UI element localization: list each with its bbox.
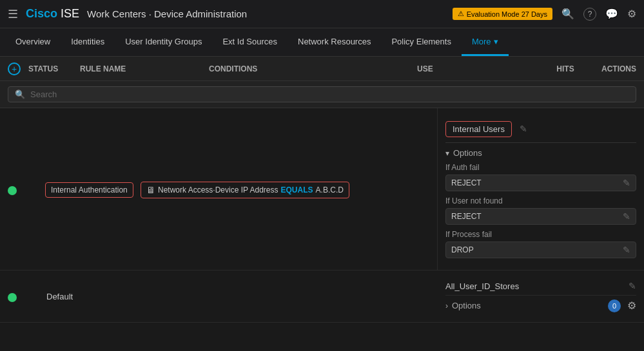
help-icon[interactable]: ? (583, 8, 596, 21)
settings-icon[interactable]: ⚙ (627, 8, 636, 20)
default-options-button[interactable]: › Options (445, 296, 481, 316)
user-not-found-option: If User not found REJECT ✎ (445, 196, 636, 225)
internal-users-badge[interactable]: Internal Users (445, 121, 512, 137)
hamburger-icon[interactable]: ☰ (8, 7, 18, 21)
eval-mode-badge: ⚠ ⚠ Evaluation Mode 27 Days Evaluation M… (453, 8, 552, 20)
default-gear-icon[interactable]: ⚙ (627, 299, 636, 312)
condition-text: Network Access·Device IP Address (158, 185, 278, 194)
process-fail-value: DROP (451, 245, 474, 254)
user-not-found-value-row: REJECT ✎ (445, 208, 636, 225)
default-label: Default (46, 292, 73, 301)
col-conditions: Conditions (209, 64, 417, 73)
more-label: More (472, 37, 491, 46)
top-nav-left: ☰ Cisco ISE Work Centers · Device Admini… (8, 7, 247, 21)
search-input[interactable] (30, 90, 629, 99)
rule1-status (8, 184, 40, 195)
nav-identities[interactable]: Identities (61, 28, 115, 56)
default-hits-badge: 0 (608, 299, 621, 312)
monitor-icon: 🖥 (146, 185, 155, 195)
auth-fail-value: REJECT (451, 178, 482, 187)
all-stores-edit-icon[interactable]: ✎ (629, 281, 636, 291)
rule1-conditions-col: 🖥 Network Access·Device IP Address EQUAL… (141, 180, 429, 198)
col-use: Use (417, 64, 546, 73)
default-status-dot (8, 293, 17, 302)
process-fail-label: If Process fail (445, 230, 636, 239)
options-expand-button[interactable]: ▾ Options (445, 143, 636, 163)
default-options-label: Options (452, 301, 481, 310)
user-not-found-label: If User not found (445, 196, 636, 205)
condition-value: A.B.C.D (316, 185, 344, 194)
use-section: Internal Users ✎ (445, 115, 636, 143)
process-fail-option: If Process fail DROP ✎ (445, 230, 636, 258)
auth-fail-value-row: REJECT ✎ (445, 175, 636, 191)
page-title: Work Centers · Device Administration (87, 8, 247, 19)
rule1-name-badge[interactable]: Internal Authentication (45, 182, 133, 198)
secondary-nav: Overview Identities User Identity Groups… (0, 28, 644, 57)
auth-fail-edit-icon[interactable]: ✎ (623, 178, 630, 188)
options-section: ▾ Options If Auth fail REJECT ✎ If User … (445, 143, 636, 258)
options-chevron-icon: ▾ (445, 149, 449, 158)
status-active-dot (8, 186, 17, 195)
col-actions: Actions (585, 64, 636, 73)
more-chevron-icon: ▾ (494, 37, 498, 46)
warning-icon: ⚠ (458, 10, 464, 18)
nav-ext-id-sources[interactable]: Ext Id Sources (212, 28, 288, 56)
rule-row-1: Internal Authentication 🖥 Network Access… (0, 108, 644, 270)
nav-user-identity-groups[interactable]: User Identity Groups (115, 28, 212, 56)
table-header: + Status Rule Name Conditions Use Hits A… (0, 57, 644, 81)
process-fail-edit-icon[interactable]: ✎ (623, 245, 630, 255)
edit-use-icon[interactable]: ✎ (520, 124, 527, 134)
rule1-name-col: Internal Authentication (45, 184, 135, 194)
col-rule-name: Rule Name (80, 64, 209, 73)
all-stores-label[interactable]: All_User_ID_Stores (445, 281, 519, 291)
search-icon[interactable]: 🔍 (561, 8, 574, 20)
equals-keyword: EQUALS (281, 185, 313, 194)
user-not-found-edit-icon[interactable]: ✎ (623, 211, 630, 222)
options-label: Options (453, 148, 482, 158)
auth-fail-option: If Auth fail REJECT ✎ (445, 163, 636, 191)
rule1-condition-badge[interactable]: 🖥 Network Access·Device IP Address EQUAL… (141, 182, 349, 198)
search-icon: 🔍 (15, 90, 25, 99)
col-status: Status (28, 64, 80, 73)
nav-more[interactable]: More ▾ (462, 28, 509, 56)
default-row-right-inner: All_User_ID_Stores ✎ › Options 0 ⚙ (438, 270, 644, 322)
default-status (8, 290, 40, 302)
top-nav: ☰ Cisco ISE Work Centers · Device Admini… (0, 0, 644, 28)
user-not-found-value: REJECT (451, 212, 482, 221)
all-stores-row: All_User_ID_Stores ✎ (445, 277, 636, 296)
rule1-right-inner: Internal Users ✎ ▾ Options If Auth fail … (438, 108, 644, 270)
nav-network-resources[interactable]: Network Resources (288, 28, 381, 56)
auth-fail-label: If Auth fail (445, 163, 636, 172)
top-nav-right: ⚠ ⚠ Evaluation Mode 27 Days Evaluation M… (453, 8, 636, 21)
search-wrapper: 🔍 (8, 86, 636, 102)
search-row: 🔍 (0, 81, 644, 108)
default-row-left: Default (0, 270, 438, 322)
process-fail-value-row: DROP ✎ (445, 242, 636, 258)
cisco-logo: Cisco ISE (26, 7, 79, 21)
nav-overview[interactable]: Overview (5, 28, 61, 56)
add-rule-button[interactable]: + (8, 62, 21, 75)
default-row: Default All_User_ID_Stores ✎ › Options 0… (0, 270, 644, 323)
default-row-right: All_User_ID_Stores ✎ › Options 0 ⚙ (438, 270, 644, 322)
nav-policy-elements[interactable]: Policy Elements (381, 28, 461, 56)
rule1-left: Internal Authentication 🖥 Network Access… (0, 108, 438, 270)
chat-icon[interactable]: 💬 (605, 8, 618, 20)
rule1-right: Internal Users ✎ ▾ Options If Auth fail … (438, 108, 644, 270)
default-options-chevron-icon: › (445, 301, 448, 310)
col-hits: Hits (546, 64, 585, 73)
